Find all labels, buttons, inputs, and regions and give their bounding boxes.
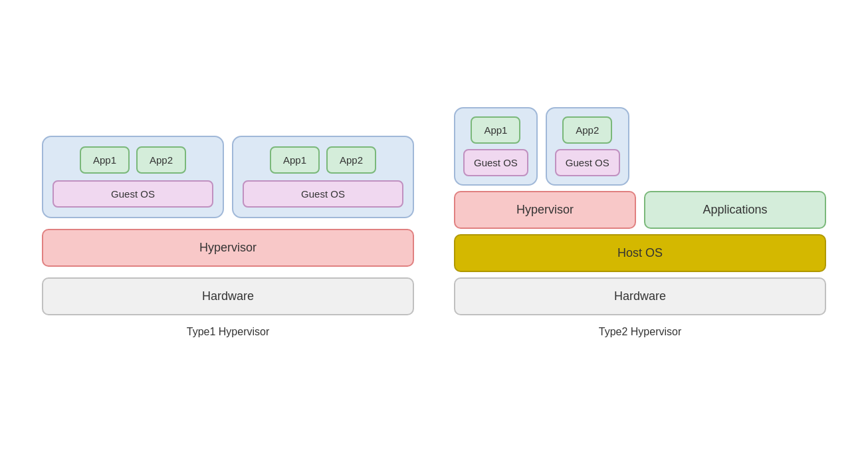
type1-vm2-app2: App2 bbox=[326, 146, 376, 174]
type2-vm1-app1: App1 bbox=[471, 116, 520, 144]
type2-vm2-guestos: Guest OS bbox=[555, 149, 620, 176]
type1-vm2: App1 App2 Guest OS bbox=[232, 136, 414, 218]
type2-diagram: App1 Guest OS App2 Guest OS Hypervisor A… bbox=[454, 107, 826, 338]
type1-hardware: Hardware bbox=[42, 277, 414, 315]
type1-label: Type1 Hypervisor bbox=[187, 326, 270, 338]
type2-hostos: Host OS bbox=[454, 234, 826, 272]
type1-vm2-guestos: Guest OS bbox=[243, 180, 403, 208]
type2-content: App1 Guest OS App2 Guest OS Hypervisor A… bbox=[454, 107, 826, 315]
type2-vm1: App1 Guest OS bbox=[454, 107, 538, 186]
type2-vm2-app2: App2 bbox=[562, 116, 612, 144]
type2-hypervisor: Hypervisor bbox=[454, 191, 636, 229]
type1-hypervisor: Hypervisor bbox=[42, 229, 414, 267]
type2-hardware: Hardware bbox=[454, 277, 826, 315]
type2-vm1-guestos: Guest OS bbox=[463, 149, 528, 176]
type1-vm1-guestos: Guest OS bbox=[53, 180, 213, 208]
type1-vm2-app1: App1 bbox=[270, 146, 320, 174]
type2-label: Type2 Hypervisor bbox=[599, 326, 682, 338]
type2-applications: Applications bbox=[644, 191, 826, 229]
type1-vm1-app1: App1 bbox=[80, 146, 130, 174]
type1-diagram: App1 App2 Guest OS App1 App2 Guest OS Hy… bbox=[42, 136, 414, 338]
type1-vms-row: App1 App2 Guest OS App1 App2 Guest OS bbox=[42, 136, 414, 218]
type1-vm1: App1 App2 Guest OS bbox=[42, 136, 224, 218]
type2-vm2: App2 Guest OS bbox=[546, 107, 629, 186]
type2-middle-row: Hypervisor Applications bbox=[454, 191, 826, 229]
type2-top-row: App1 Guest OS App2 Guest OS bbox=[454, 107, 826, 186]
type1-vm1-apps: App1 App2 bbox=[80, 146, 186, 174]
type1-vm2-apps: App1 App2 bbox=[270, 146, 376, 174]
main-container: App1 App2 Guest OS App1 App2 Guest OS Hy… bbox=[42, 107, 826, 365]
type1-content: App1 App2 Guest OS App1 App2 Guest OS Hy… bbox=[42, 136, 414, 315]
type1-vm1-app2: App2 bbox=[136, 146, 186, 174]
